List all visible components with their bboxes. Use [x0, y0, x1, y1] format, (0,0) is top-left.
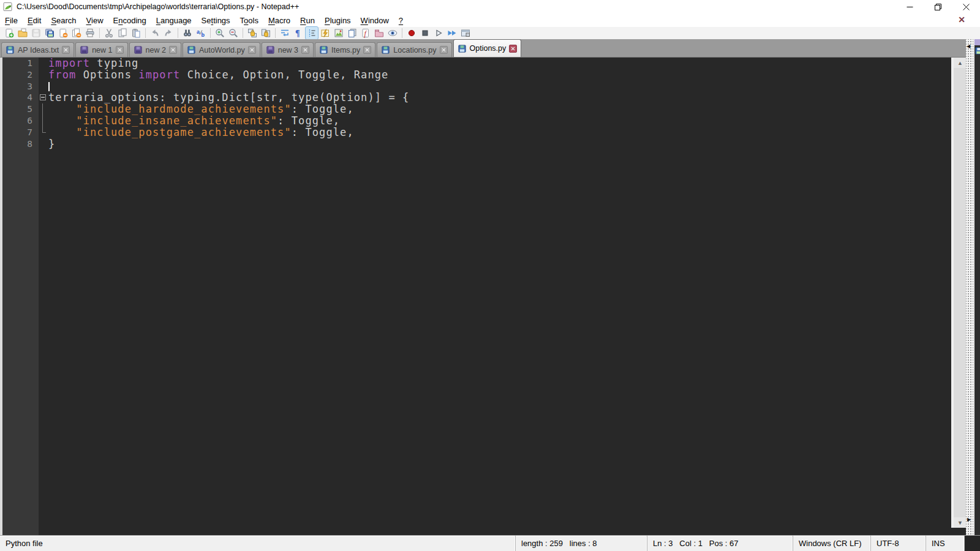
menu-item-run[interactable]: Run [295, 15, 320, 26]
code-text: import typing [48, 58, 138, 69]
toolbar-separator [402, 28, 402, 38]
document-map-icon[interactable] [333, 27, 345, 39]
menu-item-edit[interactable]: Edit [23, 15, 46, 26]
toolbar-separator [243, 28, 243, 38]
tab-autoworld-py[interactable]: AutoWorld.py [183, 42, 260, 57]
docked-panel-sliver [973, 39, 980, 535]
tab-close-icon[interactable] [248, 46, 256, 54]
scroll-down-icon[interactable]: ▼ [954, 517, 967, 528]
tab-locations-py[interactable]: Locations.py [377, 42, 451, 57]
modified-floppy-icon [80, 45, 89, 54]
menu-item-window[interactable]: Window [356, 15, 394, 26]
tab-new-3[interactable]: new 3 [262, 42, 314, 57]
show-all-characters-icon[interactable]: ¶ [292, 27, 304, 39]
find-icon[interactable] [181, 27, 194, 39]
code-area[interactable]: 1import typing2from Options import Choic… [39, 58, 949, 535]
menu-item-view[interactable]: View [81, 15, 108, 26]
fold-margin [39, 103, 48, 115]
macro-stop-icon[interactable] [419, 27, 431, 39]
tab-close-icon[interactable] [116, 46, 124, 54]
code-line-1[interactable]: 1import typing [39, 58, 949, 69]
save-file-icon[interactable] [30, 27, 42, 39]
fold-margin [39, 69, 48, 81]
scroll-up-icon[interactable]: ▲ [954, 58, 967, 68]
open-file-icon[interactable] [17, 27, 29, 39]
tab-items-py[interactable]: Items.py [315, 42, 375, 57]
tab-new-1[interactable]: new 1 [75, 42, 127, 57]
menu-item-language[interactable]: Language [151, 15, 197, 26]
zoom-in-icon[interactable] [214, 27, 226, 39]
code-line-7[interactable]: 7 "include_postgame_achievements": Toggl… [39, 127, 949, 138]
tab-close-icon[interactable] [509, 45, 517, 53]
paste-icon[interactable] [130, 27, 142, 39]
vertical-scrollbar[interactable]: ▲ ▼ [951, 58, 967, 528]
menu-item-tools[interactable]: Tools [235, 15, 263, 26]
new-file-icon[interactable] [3, 27, 15, 39]
dock-splitter[interactable] [966, 39, 973, 535]
user-defined-language-icon[interactable] [319, 27, 331, 39]
close-button[interactable] [952, 0, 980, 13]
dock-collapse-icon[interactable]: ▶ [967, 517, 971, 522]
menu-item-file[interactable]: File [0, 15, 23, 26]
fold-marker-icon[interactable] [39, 92, 48, 103]
close-all-icon[interactable] [70, 27, 83, 39]
replace-icon[interactable]: ab [195, 27, 207, 39]
tab-close-icon[interactable] [169, 46, 177, 54]
tab-options-py[interactable]: Options.py [453, 39, 522, 57]
window-title: C:\Users\Dood\Documents\tmp\Archipelago\… [17, 2, 299, 11]
show-indent-guide-icon[interactable] [306, 27, 318, 39]
line-number: 1 [2, 58, 32, 69]
tab-label: new 1 [92, 46, 112, 54]
code-line-8[interactable]: 8} [39, 138, 949, 150]
save-all-icon[interactable] [43, 27, 56, 39]
saved-floppy-icon [458, 44, 467, 53]
saved-floppy-icon [6, 45, 15, 54]
print-icon[interactable] [84, 27, 96, 39]
tab-label: AutoWorld.py [199, 46, 245, 54]
svg-text:¶: ¶ [295, 29, 300, 38]
title-bar: C:\Users\Dood\Documents\tmp\Archipelago\… [0, 0, 980, 13]
tab-close-icon[interactable] [62, 46, 70, 54]
menu-item-search[interactable]: Search [46, 15, 81, 26]
menu-doc-close-icon[interactable]: ✕ [958, 15, 965, 24]
macro-save-icon[interactable] [459, 27, 472, 39]
sync-horizontal-icon[interactable] [260, 27, 272, 39]
code-line-5[interactable]: 5 "include_hardmode_achievements": Toggl… [39, 103, 949, 115]
macro-run-multiple-icon[interactable] [446, 27, 458, 39]
undo-icon[interactable] [149, 27, 161, 39]
cut-icon[interactable] [103, 27, 115, 39]
tab-close-icon[interactable] [301, 46, 309, 54]
monitoring-icon[interactable] [386, 27, 399, 39]
sync-vertical-icon[interactable] [246, 27, 258, 39]
tab-scroll-left-icon[interactable]: ◀ [967, 43, 970, 49]
close-file-icon[interactable] [57, 27, 69, 39]
line-number: 2 [2, 69, 32, 81]
menu-item-settings[interactable]: Settings [197, 15, 235, 26]
redo-icon[interactable] [162, 27, 175, 39]
document-list-icon[interactable] [346, 27, 358, 39]
tab-new-2[interactable]: new 2 [129, 42, 181, 57]
tab-label: Options.py [470, 44, 507, 53]
minimize-button[interactable] [895, 0, 924, 13]
tab-close-icon[interactable] [440, 46, 448, 54]
line-number: 5 [2, 103, 32, 115]
tab-ap-ideas-txt[interactable]: AP Ideas.txt [1, 42, 74, 57]
folder-as-workspace-icon[interactable] [373, 27, 385, 39]
code-line-4[interactable]: 4terraria_options: typing.Dict[str, type… [39, 92, 949, 103]
menu-item-encoding[interactable]: Encoding [108, 15, 151, 26]
editor[interactable]: 1import typing2from Options import Choic… [0, 58, 966, 535]
code-line-3[interactable]: 3 [39, 81, 949, 92]
menu-item-macro[interactable]: Macro [263, 15, 295, 26]
function-list-icon[interactable]: f [360, 27, 372, 39]
menu-item-help[interactable]: ? [394, 15, 408, 26]
macro-record-icon[interactable] [405, 27, 418, 39]
copy-icon[interactable] [116, 27, 129, 39]
code-line-6[interactable]: 6 "include_insane_achievements": Toggle, [39, 115, 949, 127]
zoom-out-icon[interactable] [227, 27, 239, 39]
restore-button[interactable] [924, 0, 952, 13]
tab-close-icon[interactable] [363, 46, 371, 54]
word-wrap-icon[interactable] [279, 27, 291, 39]
code-line-2[interactable]: 2from Options import Choice, Option, Tog… [39, 69, 949, 81]
menu-item-plugins[interactable]: Plugins [320, 15, 356, 26]
macro-play-icon[interactable] [432, 27, 445, 39]
